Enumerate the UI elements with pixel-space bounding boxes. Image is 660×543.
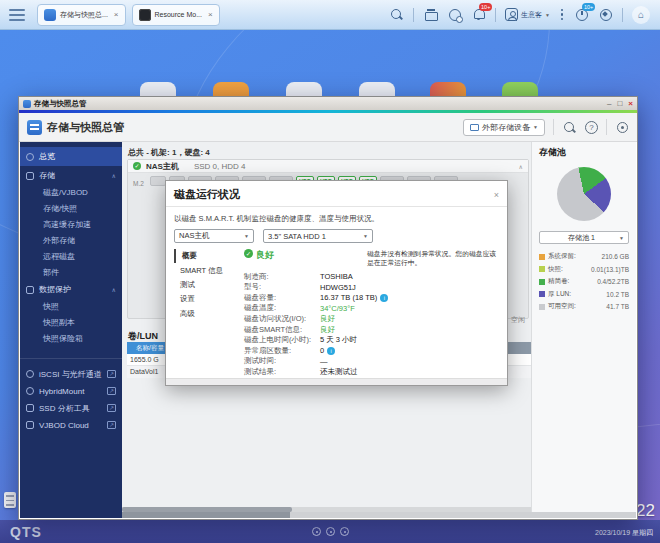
menu-item-summary[interactable]: 概要 [174, 249, 244, 263]
health-status-message: 磁盘并没有检测到异常状况。您的磁盘应该是在正常运行中。 [367, 249, 499, 267]
desktop-switch-icon[interactable] [340, 527, 349, 536]
sidebar-item-remote-disk[interactable]: 远程磁盘 [20, 248, 122, 264]
sidebar-item-disks-vjbod[interactable]: 磁盘/VJBOD [20, 184, 122, 200]
menu-item-smart-info[interactable]: SMART 信息 [174, 263, 244, 277]
menu-item-advanced[interactable]: 高级 [174, 307, 244, 321]
notifications-icon[interactable]: 10+ [471, 7, 486, 22]
storage-pool-panel: 存储池 存储池 1 ▼ 系统保留: 210.6 GB 快照: 0.01(13.1… [531, 142, 636, 512]
info-icon[interactable]: i [327, 347, 335, 355]
notes-desktop-icon[interactable] [4, 492, 16, 508]
window-title: 存储与快照总管 [34, 99, 87, 109]
device-icon [470, 124, 479, 131]
search-icon[interactable] [562, 120, 577, 135]
tab-label: 存储与快照总... [60, 10, 108, 20]
sidebar-item-cache-acceleration[interactable]: 高速缓存加速 [20, 216, 122, 232]
chevron-up-icon: ∧ [112, 286, 116, 293]
divider [622, 8, 623, 22]
dashboard-icon[interactable] [598, 7, 613, 22]
legend-color-swatch [539, 291, 545, 297]
detail-row-capacity: 磁盘容量: 16.37 TB (18 TB) i [244, 293, 499, 304]
sidebar-item-hybridmount[interactable]: HybridMount ↗ [20, 383, 122, 399]
desktop-switch-icon[interactable] [326, 527, 335, 536]
iscsi-icon [26, 370, 34, 378]
pool-selector[interactable]: 存储池 1 ▼ [539, 231, 629, 244]
info-icon[interactable]: i [380, 294, 388, 302]
desktop-switch-icon[interactable] [312, 527, 321, 536]
sidebar-item-snapshot-vault[interactable]: 快照保险箱 [20, 330, 122, 346]
menu-item-settings[interactable]: 设置 [174, 292, 244, 306]
detail-row-model: 型号: HDWG51J [244, 282, 499, 293]
close-icon[interactable]: × [494, 190, 499, 200]
storage-app-icon [23, 100, 31, 108]
task-badge: 10+ [582, 3, 595, 11]
external-storage-button[interactable]: 外部存储设备 ▼ [463, 119, 545, 136]
help-icon[interactable]: ? [585, 121, 598, 134]
legend-item-thin-volume: 精简卷: 0.4/52.2TB [539, 277, 629, 286]
sidebar-group-data-protection[interactable]: 数据保护 ∧ [20, 280, 122, 298]
healthy-check-icon: ✓ [244, 249, 253, 258]
drive-slot[interactable] [150, 176, 166, 186]
tab-label: Resource Mo... [155, 11, 202, 18]
more-options-icon[interactable] [559, 9, 565, 21]
storage-manager-icon [27, 120, 42, 135]
bottom-bar: QTS 2023/10/19 星期四 [0, 520, 660, 543]
scrollbar-thumb[interactable] [122, 512, 290, 518]
window-scrollbar[interactable] [122, 512, 636, 518]
legend-item-snapshot: 快照: 0.01(13.1)TB [539, 265, 629, 274]
dialog-description: 以磁盘 S.M.A.R.T. 机制监控磁盘的健康度、温度与使用状况。 [174, 214, 499, 224]
sidebar-item-ssd-analysis[interactable]: SSD 分析工具 ↗ [20, 399, 122, 417]
taskbar: 存储与快照总... × Resource Mo... × 10+ 生意客 ▼ 1… [0, 0, 660, 30]
taskbar-tab-storage[interactable]: 存储与快照总... × [37, 4, 126, 26]
search-icon[interactable] [389, 7, 404, 22]
storage-icon [26, 172, 34, 180]
legend-color-swatch [539, 279, 545, 285]
sidebar-item-snapshot-replica[interactable]: 快照副本 [20, 314, 122, 330]
sidebar-item-iscsi[interactable]: iSCSI 与光纤通道 ↗ [20, 365, 122, 383]
external-link-icon: ↗ [107, 387, 116, 395]
sidebar-group-storage[interactable]: 存储 ∧ [20, 166, 122, 184]
external-device-icon[interactable] [447, 7, 462, 22]
window-titlebar[interactable]: 存储与快照总管 – □ × [19, 97, 637, 110]
legend-item-free-space: 可用空间: 41.7 TB [539, 302, 629, 311]
sidebar-footer [20, 512, 122, 518]
health-status: 良好 [256, 249, 274, 262]
sidebar-item-overview[interactable]: 总览 [20, 147, 122, 166]
external-link-icon: ↗ [107, 421, 116, 429]
legend-item-system-reserved: 系统保留: 210.6 GB [539, 252, 629, 261]
cloud-icon [26, 421, 34, 429]
taskbar-tab-resource-monitor[interactable]: Resource Mo... × [132, 4, 220, 26]
show-desktop-icon[interactable]: ⌂ [632, 6, 650, 24]
sidebar-item-components[interactable]: 部件 [20, 264, 122, 280]
sidebar-item-snapshot[interactable]: 快照 [20, 298, 122, 314]
dialog-menu: 概要 SMART 信息 测试 设置 高级 [166, 249, 244, 377]
host-select[interactable]: NAS主机 ▼ [174, 229, 254, 243]
window-header: 存储与快照总管 外部存储设备 ▼ ? [19, 113, 637, 142]
menu-item-test[interactable]: 测试 [174, 278, 244, 292]
sidebar-item-storage-snapshots[interactable]: 存储/快照 [20, 200, 122, 216]
detail-row-power-on-hours: 磁盘上电时间(小时): 5 天 3 小时 [244, 335, 499, 346]
close-button[interactable]: × [628, 99, 633, 108]
sidebar-item-vjbod-cloud[interactable]: VJBOD Cloud ↗ [20, 417, 122, 433]
chevron-down-icon: ▼ [533, 124, 538, 130]
page-title: 存储与快照总管 [47, 120, 124, 135]
disk-select[interactable]: 3.5" SATA HDD 1 ▼ [263, 229, 373, 243]
close-tab-icon[interactable]: × [208, 10, 213, 19]
healthy-check-icon: ✓ [133, 162, 141, 170]
m2-slot-label: M.2 [133, 180, 144, 187]
user-menu[interactable]: 生意客 ▼ [505, 8, 550, 21]
external-link-icon: ↗ [107, 404, 116, 412]
collapse-icon[interactable]: ∧ [519, 163, 523, 170]
close-tab-icon[interactable]: × [114, 10, 119, 19]
gear-icon[interactable] [615, 120, 629, 134]
task-progress-icon[interactable]: 10+ [574, 7, 589, 22]
idle-slot-label: 空闲 [511, 315, 525, 325]
maximize-button[interactable]: □ [617, 99, 622, 108]
shield-icon [26, 286, 34, 294]
chevron-down-icon: ▼ [363, 233, 368, 239]
background-tasks-icon[interactable] [423, 7, 438, 22]
main-menu-icon[interactable] [9, 9, 25, 21]
sidebar-item-external-storage[interactable]: 外部存储 [20, 232, 122, 248]
minimize-button[interactable]: – [607, 99, 611, 108]
detail-row-test-result: 测试结果: 还未测试过 [244, 367, 499, 378]
qts-logo: QTS [10, 524, 42, 540]
